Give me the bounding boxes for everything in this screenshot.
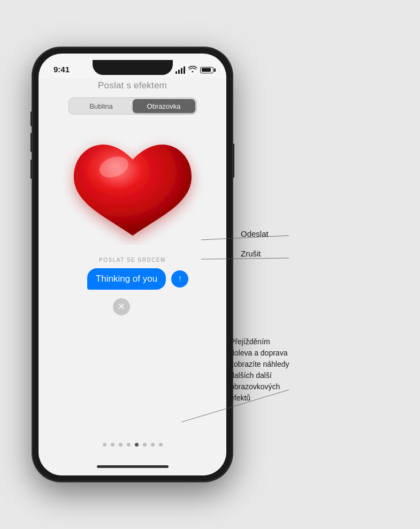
tab-bublina[interactable]: Bublina bbox=[70, 99, 133, 113]
notch bbox=[93, 60, 173, 75]
heart-animation-area bbox=[39, 129, 226, 257]
status-time: 9:41 bbox=[51, 65, 70, 74]
close-icon: ✕ bbox=[118, 303, 125, 311]
annotation-odeslat: Odeslat bbox=[241, 229, 269, 238]
home-indicator-area bbox=[97, 457, 169, 475]
dot-1 bbox=[103, 443, 106, 447]
effect-label: POSLAT SE SRDCEM bbox=[99, 257, 166, 263]
status-icons bbox=[175, 66, 213, 74]
send-button[interactable]: ↑ bbox=[171, 270, 188, 288]
dot-2 bbox=[111, 443, 114, 447]
dot-7 bbox=[151, 443, 155, 447]
cancel-row: ✕ bbox=[113, 298, 163, 315]
phone-frame: 9:41 bbox=[32, 47, 233, 482]
phone-screen: 9:41 bbox=[39, 54, 226, 475]
battery-icon bbox=[200, 67, 213, 73]
segmented-control[interactable]: Bublina Obrazovka bbox=[68, 97, 197, 115]
annotation-description: Přejížděním doleva a doprava zobrazíte n… bbox=[230, 336, 337, 404]
dot-3 bbox=[119, 443, 123, 447]
message-bubble: Thinking of you bbox=[87, 268, 166, 290]
dot-4 bbox=[127, 443, 131, 447]
dot-5 bbox=[135, 443, 139, 447]
dot-8 bbox=[159, 443, 163, 447]
send-arrow-icon: ↑ bbox=[178, 274, 182, 283]
heart-icon bbox=[63, 129, 202, 257]
tab-obrazovka[interactable]: Obrazovka bbox=[133, 99, 195, 113]
page-title: Poslat s efektem bbox=[98, 80, 167, 91]
wifi-icon bbox=[188, 66, 197, 74]
signal-icon bbox=[175, 66, 185, 74]
home-indicator-bar bbox=[97, 465, 169, 468]
annotation-zrusit: Zrušit bbox=[241, 249, 261, 258]
screen-content: Poslat s efektem Bublina Obrazovka bbox=[39, 77, 226, 475]
page-dots bbox=[103, 443, 163, 447]
message-row: Thinking of you ↑ bbox=[77, 268, 199, 290]
dot-6 bbox=[143, 443, 147, 447]
cancel-button[interactable]: ✕ bbox=[113, 298, 130, 315]
